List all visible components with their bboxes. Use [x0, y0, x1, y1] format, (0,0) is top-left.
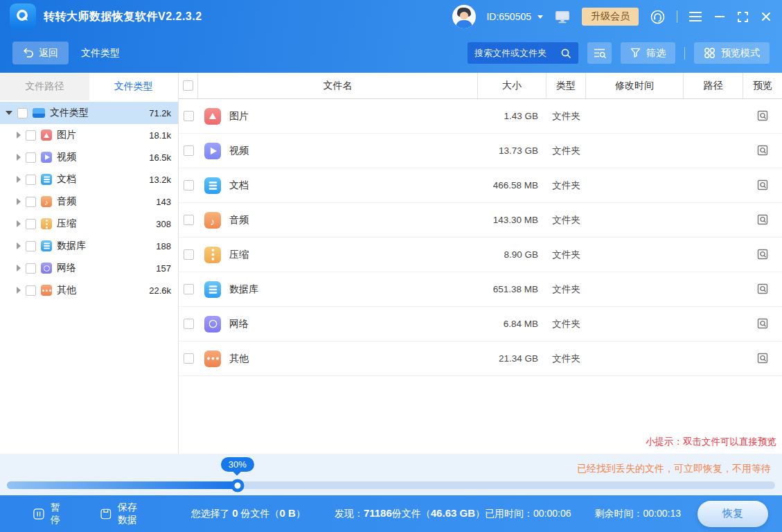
upgrade-member-button[interactable]: 升级会员	[582, 8, 639, 26]
preview-magnifier-icon	[757, 318, 769, 330]
tree-item[interactable]: 视频 16.5k	[0, 146, 178, 168]
list-search-button[interactable]	[587, 42, 612, 64]
tree-item[interactable]: 其他 22.6k	[0, 279, 178, 301]
pause-button[interactable]: 暂停	[33, 502, 64, 526]
tab-file-type[interactable]: 文件类型	[89, 73, 179, 100]
column-header-type[interactable]: 类型	[546, 73, 586, 98]
tree-item[interactable]: 文档 13.2k	[0, 168, 178, 190]
row-preview-button[interactable]	[743, 318, 782, 330]
expand-caret-icon[interactable]	[17, 242, 21, 249]
avatar-body	[456, 20, 472, 28]
tab-file-path[interactable]: 文件路径	[0, 73, 89, 100]
row-checkbox[interactable]	[184, 180, 194, 190]
tree-item-checkbox[interactable]	[26, 263, 36, 274]
row-preview-button[interactable]	[743, 249, 782, 260]
file-size: 1.43 GB	[478, 111, 546, 121]
tree-item[interactable]: 音频 143	[0, 190, 178, 213]
row-preview-button[interactable]	[743, 110, 782, 122]
close-icon[interactable]	[760, 10, 772, 23]
save-data-button[interactable]: 保存数据	[100, 502, 145, 526]
table-row[interactable]: 其他 21.34 GB 文件夹	[179, 342, 782, 376]
file-size: 21.34 GB	[478, 353, 546, 364]
list-search-icon	[594, 48, 606, 59]
table-row[interactable]: 文档 466.58 MB 文件夹	[179, 168, 782, 203]
expand-caret-icon[interactable]	[17, 132, 21, 139]
expand-caret-icon[interactable]	[17, 265, 21, 272]
monitor-icon[interactable]	[553, 9, 571, 25]
table-row[interactable]: 图片 1.43 GB 文件夹	[179, 99, 782, 134]
expand-caret-icon[interactable]	[17, 220, 21, 227]
tree-root-file-type[interactable]: 文件类型 71.2k	[0, 102, 178, 124]
column-header-mtime[interactable]: 修改时间	[586, 73, 684, 98]
file-size: 651.38 MB	[478, 284, 546, 294]
file-type-icon	[41, 130, 52, 141]
column-header-name[interactable]: 文件名	[198, 73, 478, 98]
tree-item-checkbox[interactable]	[26, 130, 36, 141]
user-id: ID:650505	[486, 11, 531, 22]
file-type: 文件夹	[546, 179, 586, 192]
toolbar: 返回 文件类型	[0, 33, 782, 73]
row-checkbox[interactable]	[184, 215, 194, 225]
user-dropdown-caret-icon[interactable]	[537, 15, 543, 19]
expand-caret-icon[interactable]	[17, 154, 21, 161]
table-row[interactable]: 网络 6.84 MB 文件夹	[179, 307, 782, 342]
tree-item[interactable]: 数据库 188	[0, 235, 178, 257]
search-icon[interactable]	[560, 48, 571, 59]
tree-item-checkbox[interactable]	[26, 241, 36, 251]
search-input[interactable]	[474, 48, 556, 58]
tree-item-checkbox[interactable]	[26, 219, 36, 229]
file-name: 压缩	[229, 249, 249, 261]
back-icon	[23, 48, 34, 58]
preview-mode-button[interactable]: 预览模式	[694, 42, 770, 64]
recover-button[interactable]: 恢复	[697, 501, 768, 527]
expand-caret-icon[interactable]	[17, 198, 21, 205]
row-preview-button[interactable]	[743, 214, 782, 226]
column-header-size[interactable]: 大小	[478, 73, 546, 98]
row-preview-button[interactable]	[743, 353, 782, 364]
collapse-caret-icon[interactable]	[6, 111, 12, 115]
column-header-preview[interactable]: 预览	[743, 73, 782, 98]
column-header-path[interactable]: 路径	[684, 73, 743, 98]
table-row[interactable]: 压缩 8.90 GB 文件夹	[179, 238, 782, 272]
tree-root-checkbox[interactable]	[17, 108, 28, 118]
row-checkbox[interactable]	[184, 319, 194, 329]
tree-item[interactable]: 图片 18.1k	[0, 124, 178, 146]
row-checkbox[interactable]	[184, 145, 194, 156]
table-row[interactable]: 视频 13.73 GB 文件夹	[179, 134, 782, 168]
file-size: 466.58 MB	[478, 180, 546, 190]
tree-item-checkbox[interactable]	[26, 197, 36, 207]
app-logo-icon	[10, 3, 36, 30]
maximize-icon[interactable]	[736, 10, 749, 24]
search-box[interactable]	[468, 42, 578, 64]
tree-item-count: 16.5k	[149, 152, 171, 163]
tree-item[interactable]: 压缩 308	[0, 213, 178, 235]
user-avatar[interactable]	[452, 5, 476, 28]
row-preview-button[interactable]	[743, 179, 782, 191]
row-preview-button[interactable]	[743, 283, 782, 295]
customer-service-icon[interactable]	[649, 8, 666, 26]
tree-item-checkbox[interactable]	[26, 152, 36, 163]
row-checkbox[interactable]	[184, 353, 194, 364]
select-all-checkbox[interactable]	[183, 80, 193, 91]
scan-progress-area: 已经找到丢失的文件，可立即恢复，不用等待 30%	[0, 454, 782, 495]
back-button[interactable]: 返回	[12, 42, 69, 64]
filter-button[interactable]: 筛选	[621, 42, 675, 64]
pause-label: 暂停	[51, 502, 64, 526]
expand-caret-icon[interactable]	[17, 287, 21, 294]
table-header: 文件名 大小 类型 修改时间 路径 预览	[179, 73, 782, 99]
table-row[interactable]: 音频 143.30 MB 文件夹	[179, 203, 782, 238]
tree-item-checkbox[interactable]	[26, 175, 36, 185]
progress-track: 30%	[7, 481, 775, 489]
progress-handle[interactable]	[231, 479, 244, 492]
menu-icon[interactable]	[688, 10, 703, 24]
row-checkbox[interactable]	[184, 111, 194, 121]
minimize-icon[interactable]	[713, 10, 726, 24]
row-checkbox[interactable]	[184, 284, 194, 294]
file-type-icon	[204, 316, 221, 332]
expand-caret-icon[interactable]	[17, 176, 21, 183]
table-row[interactable]: 数据库 651.38 MB 文件夹	[179, 272, 782, 307]
tree-item-checkbox[interactable]	[26, 285, 36, 296]
row-checkbox[interactable]	[184, 249, 194, 260]
tree-item[interactable]: 网络 157	[0, 257, 178, 279]
row-preview-button[interactable]	[743, 145, 782, 157]
